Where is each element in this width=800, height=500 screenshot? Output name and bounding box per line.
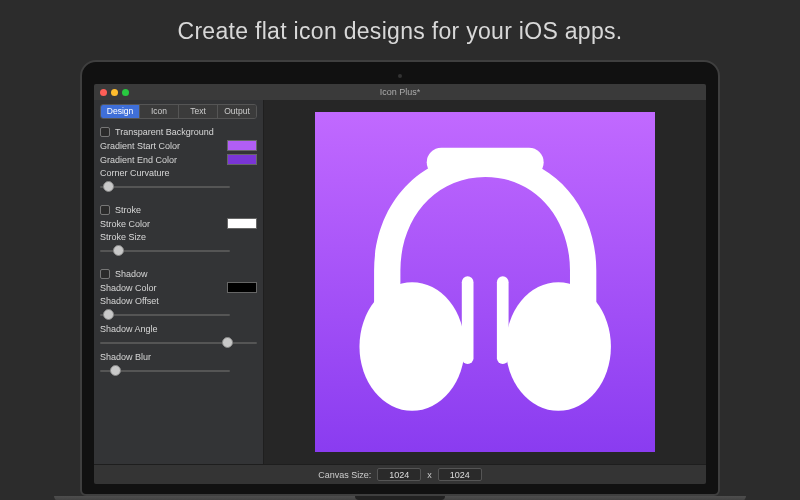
stroke-checkbox[interactable] bbox=[100, 205, 110, 215]
app-window: Icon Plus* Design Icon Text Output Trans… bbox=[94, 84, 706, 484]
tab-segmented-control[interactable]: Design Icon Text Output bbox=[100, 104, 257, 119]
slider-knob[interactable] bbox=[222, 337, 233, 348]
shadow-blur-slider[interactable] bbox=[100, 364, 230, 378]
slider-knob[interactable] bbox=[103, 181, 114, 192]
gradient-start-row: Gradient Start Color bbox=[100, 140, 257, 151]
canvas-height-field[interactable]: 1024 bbox=[438, 468, 482, 481]
icon-canvas[interactable] bbox=[315, 112, 655, 452]
shadow-color-label: Shadow Color bbox=[100, 283, 157, 293]
shadow-angle-slider[interactable] bbox=[100, 336, 257, 350]
window-title: Icon Plus* bbox=[380, 87, 421, 97]
headphones-icon bbox=[339, 136, 631, 428]
gradient-end-label: Gradient End Color bbox=[100, 155, 177, 165]
stroke-color-row: Stroke Color bbox=[100, 218, 257, 229]
shadow-angle-label: Shadow Angle bbox=[100, 324, 257, 334]
maximize-icon[interactable] bbox=[122, 89, 129, 96]
slider-knob[interactable] bbox=[103, 309, 114, 320]
stroke-label: Stroke bbox=[115, 205, 141, 215]
page-headline: Create flat icon designs for your iOS ap… bbox=[0, 0, 800, 45]
stroke-color-label: Stroke Color bbox=[100, 219, 150, 229]
tab-output[interactable]: Output bbox=[218, 105, 256, 118]
footer-bar: Canvas Size: 1024 x 1024 bbox=[94, 464, 706, 484]
slider-track bbox=[100, 314, 230, 316]
shadow-offset-slider[interactable] bbox=[100, 308, 230, 322]
laptop-bezel: Icon Plus* Design Icon Text Output Trans… bbox=[80, 60, 720, 496]
close-icon[interactable] bbox=[100, 89, 107, 96]
shadow-color-swatch[interactable] bbox=[227, 282, 257, 293]
camera-dot bbox=[398, 74, 402, 78]
slider-track bbox=[100, 342, 257, 344]
gradient-end-swatch[interactable] bbox=[227, 154, 257, 165]
gradient-start-label: Gradient Start Color bbox=[100, 141, 180, 151]
laptop-mockup: Icon Plus* Design Icon Text Output Trans… bbox=[80, 60, 720, 500]
tab-icon[interactable]: Icon bbox=[140, 105, 179, 118]
transparent-bg-label: Transparent Background bbox=[115, 127, 214, 137]
stroke-color-swatch[interactable] bbox=[227, 218, 257, 229]
shadow-label: Shadow bbox=[115, 269, 148, 279]
laptop-base bbox=[54, 496, 746, 500]
slider-knob[interactable] bbox=[113, 245, 124, 256]
transparent-bg-checkbox[interactable] bbox=[100, 127, 110, 137]
shadow-row: Shadow bbox=[100, 269, 257, 279]
titlebar[interactable]: Icon Plus* bbox=[94, 84, 706, 100]
minimize-icon[interactable] bbox=[111, 89, 118, 96]
slider-track bbox=[100, 186, 230, 188]
corner-curvature-label: Corner Curvature bbox=[100, 168, 257, 178]
stroke-size-label: Stroke Size bbox=[100, 232, 257, 242]
svg-point-2 bbox=[505, 282, 610, 411]
corner-curvature-slider[interactable] bbox=[100, 180, 230, 194]
traffic-lights bbox=[100, 89, 129, 96]
canvas-size-label: Canvas Size: bbox=[318, 470, 371, 480]
canvas-area bbox=[264, 100, 706, 464]
svg-rect-3 bbox=[462, 276, 474, 364]
shadow-offset-label: Shadow Offset bbox=[100, 296, 257, 306]
tab-text[interactable]: Text bbox=[179, 105, 218, 118]
transparent-bg-row: Transparent Background bbox=[100, 127, 257, 137]
app-body: Design Icon Text Output Transparent Back… bbox=[94, 100, 706, 464]
stroke-size-slider[interactable] bbox=[100, 244, 230, 258]
svg-point-1 bbox=[359, 282, 464, 411]
svg-rect-4 bbox=[497, 276, 509, 364]
gradient-start-swatch[interactable] bbox=[227, 140, 257, 151]
shadow-color-row: Shadow Color bbox=[100, 282, 257, 293]
shadow-blur-label: Shadow Blur bbox=[100, 352, 257, 362]
tab-design[interactable]: Design bbox=[101, 105, 140, 118]
svg-rect-0 bbox=[427, 147, 544, 176]
inspector-panel: Design Icon Text Output Transparent Back… bbox=[94, 100, 264, 464]
stroke-row: Stroke bbox=[100, 205, 257, 215]
canvas-size-by: x bbox=[427, 470, 432, 480]
shadow-checkbox[interactable] bbox=[100, 269, 110, 279]
canvas-width-field[interactable]: 1024 bbox=[377, 468, 421, 481]
gradient-end-row: Gradient End Color bbox=[100, 154, 257, 165]
slider-knob[interactable] bbox=[110, 365, 121, 376]
